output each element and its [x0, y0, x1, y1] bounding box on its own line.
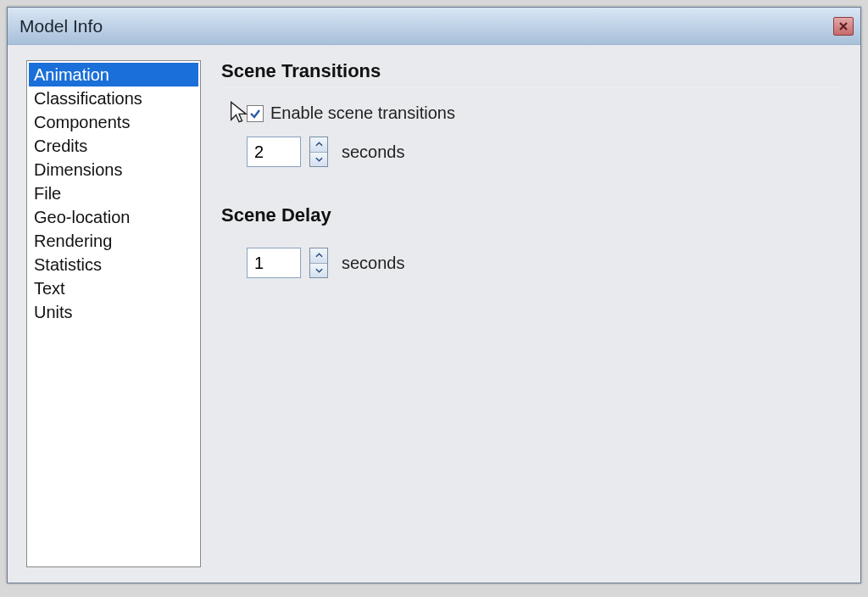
delay-seconds-row: seconds [247, 248, 842, 278]
transition-seconds-spinner [309, 137, 328, 167]
sidebar-item-animation[interactable]: Animation [29, 63, 198, 86]
category-list: Animation Classifications Components Cre… [26, 60, 201, 567]
transition-seconds-up[interactable] [310, 137, 327, 153]
window-body: Animation Classifications Components Cre… [8, 45, 860, 583]
enable-transitions-checkbox[interactable] [247, 105, 264, 122]
chevron-down-icon [315, 157, 323, 162]
sidebar-item-rendering[interactable]: Rendering [29, 229, 198, 253]
sidebar-item-components[interactable]: Components [29, 110, 198, 134]
delay-seconds-spinner [309, 248, 328, 278]
transition-seconds-input[interactable] [247, 137, 301, 167]
enable-transitions-label: Enable scene transitions [270, 103, 455, 123]
close-button[interactable] [833, 17, 854, 36]
sidebar-item-geo-location[interactable]: Geo-location [29, 205, 198, 229]
model-info-window: Model Info Animation Classifications Com… [7, 7, 861, 583]
enable-transitions-row: Enable scene transitions [247, 103, 842, 123]
chevron-up-icon [315, 142, 323, 147]
sidebar-item-file[interactable]: File [29, 181, 198, 205]
divider [221, 232, 842, 232]
delay-seconds-unit: seconds [342, 254, 405, 273]
transition-seconds-row: seconds [247, 137, 842, 167]
chevron-down-icon [315, 268, 323, 273]
sidebar-item-text[interactable]: Text [29, 276, 198, 300]
transition-seconds-down[interactable] [310, 153, 327, 167]
checkmark-icon [249, 108, 261, 120]
delay-seconds-up[interactable] [310, 248, 327, 264]
window-title: Model Info [19, 16, 103, 36]
sidebar-item-credits[interactable]: Credits [29, 134, 198, 158]
delay-seconds-input[interactable] [247, 248, 301, 278]
sidebar-item-classifications[interactable]: Classifications [29, 86, 198, 110]
enable-transitions-control: Enable scene transitions [247, 103, 455, 123]
main-panel: Scene Transitions Enable scene transitio… [201, 60, 842, 567]
divider [221, 87, 842, 88]
transition-seconds-unit: seconds [342, 142, 405, 162]
delay-seconds-down[interactable] [310, 264, 327, 278]
scene-transitions-heading: Scene Transitions [221, 60, 842, 82]
titlebar: Model Info [8, 8, 860, 45]
sidebar-item-dimensions[interactable]: Dimensions [29, 158, 198, 181]
sidebar-item-units[interactable]: Units [29, 300, 198, 324]
close-icon [838, 21, 849, 31]
chevron-up-icon [315, 253, 323, 258]
scene-delay-heading: Scene Delay [221, 204, 842, 226]
sidebar-item-statistics[interactable]: Statistics [29, 253, 198, 276]
